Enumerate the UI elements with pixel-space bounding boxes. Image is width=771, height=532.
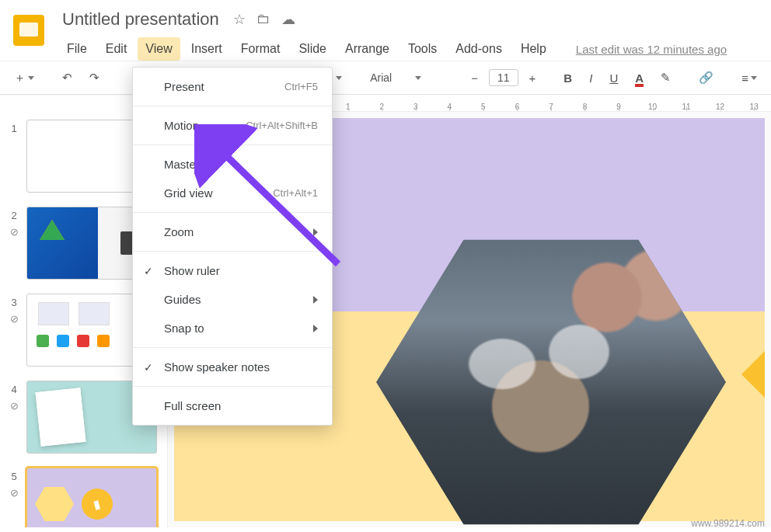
transition-icon: ⊘ bbox=[10, 313, 19, 325]
slides-logo-icon bbox=[13, 15, 44, 46]
caret-down-icon bbox=[751, 76, 757, 80]
cloud-icon[interactable]: ☁ bbox=[281, 11, 295, 28]
slide-number: 3 bbox=[11, 297, 16, 308]
text-color-button[interactable]: A bbox=[629, 68, 650, 88]
menu-arrange[interactable]: Arrange bbox=[337, 37, 397, 61]
slide-number: 1 bbox=[11, 123, 16, 134]
font-size-value[interactable]: 11 bbox=[489, 69, 518, 86]
ruler-tick: 11 bbox=[669, 103, 703, 111]
increase-size-button[interactable]: + bbox=[523, 68, 542, 88]
caret-down-icon bbox=[336, 76, 342, 80]
ruler-tick: 13 bbox=[737, 103, 771, 111]
ruler-tick: 3 bbox=[399, 103, 433, 111]
align-button[interactable]: ≡ bbox=[735, 68, 763, 88]
app-header: Untitled presentation ☆ 🗀 ☁ File Edit Vi… bbox=[0, 0, 771, 61]
ruler-tick: 2 bbox=[365, 103, 399, 111]
menu-separator bbox=[133, 251, 332, 252]
submenu-caret-icon bbox=[313, 228, 318, 236]
menu-view[interactable]: View bbox=[138, 37, 180, 61]
menu-shortcut: Ctrl+Alt+Shift+B bbox=[246, 120, 318, 131]
bold-button[interactable]: B bbox=[557, 68, 578, 88]
new-slide-button[interactable]: ＋ bbox=[8, 68, 40, 89]
menu-separator bbox=[133, 386, 332, 387]
menu-label: Full screen bbox=[164, 399, 221, 412]
transition-icon: ⊘ bbox=[10, 400, 19, 412]
slide-number: 4 bbox=[11, 384, 16, 395]
menu-item-grid-view[interactable]: Grid view Ctrl+Alt+1 bbox=[133, 179, 332, 207]
redo-button[interactable]: ↷ bbox=[83, 68, 106, 88]
menu-insert[interactable]: Insert bbox=[183, 37, 230, 61]
ruler-tick: 10 bbox=[636, 103, 670, 111]
ruler-tick: 12 bbox=[703, 103, 738, 111]
ruler-tick: 9 bbox=[602, 103, 636, 111]
slide-thumbnail-5[interactable]: ▮ bbox=[26, 468, 157, 527]
menu-label: Grid view bbox=[164, 186, 213, 200]
menu-item-snap-to[interactable]: Snap to bbox=[133, 314, 332, 342]
menu-file[interactable]: File bbox=[59, 37, 95, 61]
move-icon[interactable]: 🗀 bbox=[256, 11, 270, 28]
transition-icon: ⊘ bbox=[10, 226, 19, 238]
menu-item-zoom[interactable]: Zoom bbox=[133, 217, 332, 246]
menu-label: Motion bbox=[164, 119, 199, 132]
star-icon[interactable]: ☆ bbox=[233, 11, 246, 28]
submenu-caret-icon bbox=[313, 296, 318, 304]
menu-separator bbox=[133, 212, 332, 213]
font-select[interactable]: Arial bbox=[364, 68, 449, 87]
submenu-caret-icon bbox=[313, 325, 318, 332]
menu-label: Zoom bbox=[164, 225, 194, 238]
font-name: Arial bbox=[370, 71, 392, 84]
menu-item-guides[interactable]: Guides bbox=[133, 285, 332, 314]
insert-link-button[interactable]: 🔗 bbox=[693, 68, 720, 88]
ruler-tick: 8 bbox=[568, 103, 602, 111]
ruler-tick: 1 bbox=[331, 103, 365, 111]
doc-title[interactable]: Untitled presentation bbox=[59, 8, 222, 31]
slide-thumbnail-row[interactable]: 5 ⊘ ▮ bbox=[6, 468, 161, 527]
menu-tools[interactable]: Tools bbox=[400, 37, 445, 61]
italic-button[interactable]: I bbox=[583, 68, 598, 88]
slide-number: 5 bbox=[11, 471, 16, 482]
menu-label: Present bbox=[164, 80, 204, 93]
menu-item-speaker-notes[interactable]: ✓ Show speaker notes bbox=[133, 353, 332, 381]
last-edit-link[interactable]: Last edit was 12 minutes ago bbox=[576, 43, 727, 56]
main-area: 1 2 ⊘ 3 ⊘ bbox=[0, 112, 771, 527]
menu-shortcut: Ctrl+Alt+1 bbox=[273, 187, 318, 199]
toolbar: ＋ ↶ ↷ 🖌 Arial − 11 + B I U A ✎ 🔗 ≡ bbox=[0, 61, 771, 95]
yellow-triangle-shape[interactable] bbox=[741, 351, 765, 398]
checkmark-icon: ✓ bbox=[144, 265, 153, 277]
menu-slide[interactable]: Slide bbox=[291, 37, 334, 61]
checkmark-icon: ✓ bbox=[144, 361, 153, 374]
menu-item-master[interactable]: Master bbox=[133, 150, 332, 179]
decrease-size-button[interactable]: − bbox=[465, 68, 484, 88]
transition-icon: ⊘ bbox=[10, 487, 19, 499]
underline-button[interactable]: U bbox=[603, 68, 624, 88]
ruler-tick: 6 bbox=[501, 103, 535, 111]
menu-edit[interactable]: Edit bbox=[98, 37, 135, 61]
menu-shortcut: Ctrl+F5 bbox=[284, 81, 318, 92]
menu-separator bbox=[133, 347, 332, 348]
menu-label: Master bbox=[164, 158, 200, 171]
slide-number: 2 bbox=[11, 210, 16, 221]
menu-item-present[interactable]: Present Ctrl+F5 bbox=[133, 72, 332, 101]
menu-item-full-screen[interactable]: Full screen bbox=[133, 391, 332, 420]
ruler-tick: 5 bbox=[466, 103, 501, 111]
menu-label: Show ruler bbox=[164, 264, 220, 277]
highlight-button[interactable]: ✎ bbox=[654, 68, 677, 88]
view-menu-dropdown: Present Ctrl+F5 Motion Ctrl+Alt+Shift+B … bbox=[132, 67, 333, 426]
menu-separator bbox=[133, 144, 332, 145]
font-size-stepper: − 11 + bbox=[465, 68, 542, 88]
caret-down-icon bbox=[415, 76, 421, 80]
title-icons: ☆ 🗀 ☁ bbox=[233, 11, 295, 28]
ruler-tick: 7 bbox=[534, 103, 568, 111]
menu-item-motion[interactable]: Motion Ctrl+Alt+Shift+B bbox=[133, 111, 332, 140]
slides-logo[interactable] bbox=[9, 11, 48, 50]
menu-addons[interactable]: Add-ons bbox=[448, 37, 510, 61]
menu-format[interactable]: Format bbox=[233, 37, 288, 61]
undo-button[interactable]: ↶ bbox=[56, 68, 78, 88]
watermark: www.989214.com bbox=[691, 518, 765, 529]
menu-label: Guides bbox=[164, 293, 201, 306]
menu-item-show-ruler[interactable]: ✓ Show ruler bbox=[133, 256, 332, 285]
menu-label: Show speaker notes bbox=[164, 360, 270, 374]
menu-help[interactable]: Help bbox=[513, 37, 554, 61]
title-area: Untitled presentation ☆ 🗀 ☁ File Edit Vi… bbox=[59, 8, 762, 61]
menu-separator bbox=[133, 106, 332, 106]
